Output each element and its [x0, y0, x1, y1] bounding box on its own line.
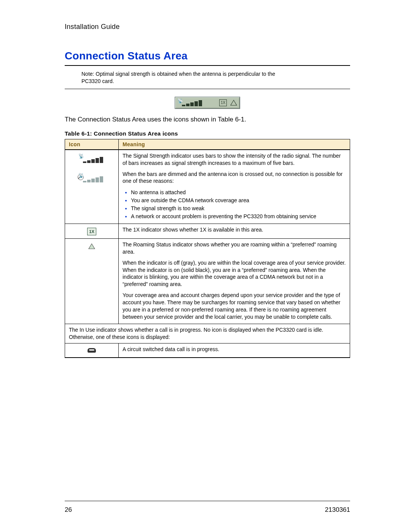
cell-roaming-icon — [65, 238, 119, 324]
signal-strength-icon: 📡 — [78, 154, 105, 164]
row-roaming: The Roaming Status indicator shows wheth… — [65, 238, 350, 324]
icons-table: Icon Meaning 📡 📡 The Si — [65, 139, 350, 358]
signal-bullet: The signal strength is too weak — [131, 204, 346, 212]
note-text: Optimal signal strength is obtained when… — [81, 71, 275, 84]
table-caption: Table 6-1: Connection Status Area icons — [65, 130, 350, 137]
signal-p2: When the bars are dimmed and the antenna… — [123, 171, 346, 185]
signal-bullet: A network or account problem is preventi… — [131, 212, 346, 220]
row-signal: 📡 📡 The Signal Strength indicator uses b… — [65, 150, 350, 224]
page: Installation Guide Connection Status Are… — [0, 0, 411, 532]
th-meaning: Meaning — [119, 139, 350, 150]
intro-text: The Connection Status Area uses the icon… — [65, 116, 350, 123]
onex-icon: 1X — [219, 99, 227, 106]
cell-signal-icons: 📡 📡 — [65, 150, 119, 224]
section-title: Connection Status Area — [65, 50, 350, 62]
note-block: Note: Optimal signal strength is obtaine… — [65, 70, 279, 85]
doc-number: 2130361 — [325, 506, 350, 514]
signal-bars-icon — [182, 100, 202, 106]
note-label: Note: — [81, 71, 94, 77]
status-figure-wrap: 📡 1X — [65, 97, 350, 110]
cell-signal-text: The Signal Strength indicator uses bars … — [119, 150, 350, 224]
row-onex: 1X The 1X indicator shows whether 1X is … — [65, 224, 350, 238]
call-in-progress-icon — [88, 348, 96, 353]
rule-top — [65, 65, 350, 66]
row-inuse-circuit: A circuit switched data call is in progr… — [65, 343, 350, 358]
signal-bullet: No antenna is attached — [131, 189, 346, 197]
signal-disabled-icon: 📡 — [78, 173, 105, 183]
doc-title: Installation Guide — [65, 23, 350, 31]
status-area-figure: 📡 1X — [175, 97, 240, 109]
cell-onex-text: The 1X indicator shows whether 1X is ava… — [119, 224, 350, 238]
th-icon: Icon — [65, 139, 119, 150]
cell-inuse-icon — [65, 343, 119, 358]
onex-indicator-icon: 1X — [87, 228, 96, 235]
cell-inuse-intro: The In Use indicator shows whether a cal… — [65, 324, 350, 343]
roaming-p2: When the indicator is off (gray), you ar… — [123, 259, 346, 288]
signal-bullet: You are outside the CDMA network coverag… — [131, 197, 346, 204]
cell-roaming-text: The Roaming Status indicator shows wheth… — [119, 238, 350, 324]
roaming-p1: The Roaming Status indicator shows wheth… — [123, 241, 346, 256]
signal-bullets: No antenna is attached You are outside t… — [123, 189, 346, 220]
page-footer: 26 2130361 — [65, 506, 350, 514]
roaming-indicator-icon — [88, 243, 95, 249]
roaming-triangle-icon — [231, 100, 237, 105]
row-inuse-intro: The In Use indicator shows whether a cal… — [65, 324, 350, 343]
cell-inuse-text: A circuit switched data call is in progr… — [119, 343, 350, 358]
page-number: 26 — [65, 506, 72, 514]
roaming-p3: Your coverage area and account charges d… — [123, 292, 346, 321]
cell-onex-icon: 1X — [65, 224, 119, 238]
rule-under-note — [65, 89, 350, 89]
signal-p1: The Signal Strength indicator uses bars … — [123, 152, 346, 167]
